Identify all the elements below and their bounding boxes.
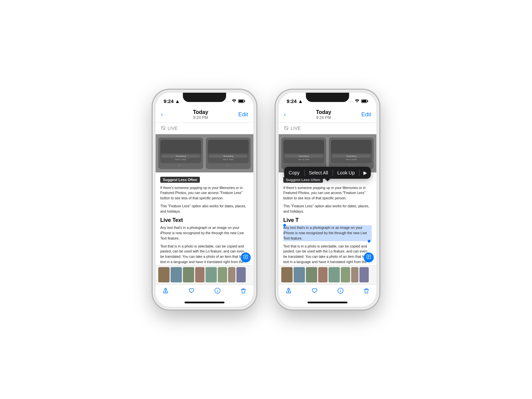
copy-button[interactable]: Copy bbox=[284, 167, 304, 179]
thumb-7-right bbox=[351, 267, 358, 282]
home-indicator-right bbox=[279, 300, 376, 307]
nav-title-sub-left: 9:24 PM bbox=[193, 115, 208, 120]
status-icons-right: ···· bbox=[348, 98, 368, 104]
phone-thumb-2: Nuremberg Dec 8, 2018 ↺ ♡ bbox=[206, 138, 251, 169]
status-bar-left: 9:24 ▲ ···· bbox=[156, 93, 253, 107]
svg-point-23 bbox=[340, 289, 341, 290]
thumb-2-right bbox=[294, 267, 305, 282]
look-up-button[interactable]: Look Up bbox=[333, 167, 359, 179]
more-button[interactable]: ▶ bbox=[359, 167, 371, 179]
notch-left bbox=[183, 93, 226, 102]
live-text-btn-right[interactable] bbox=[364, 252, 374, 262]
phone-left-inner: 9:24 ▲ ···· ‹ Today 9:24 PM bbox=[156, 93, 253, 307]
notch-right bbox=[306, 93, 349, 102]
thumb-8-left bbox=[236, 267, 246, 282]
dots-icon-right: ···· bbox=[348, 100, 353, 103]
edit-button-left[interactable]: Edit bbox=[238, 111, 248, 118]
content-area-right: Copy Select All Look Up ▶ Nuremberg Dec … bbox=[279, 134, 376, 265]
thumb-8-right bbox=[359, 267, 369, 282]
suggest-para2-left: This "Feature Less" option also works fo… bbox=[160, 204, 249, 214]
wifi-icon-right bbox=[355, 99, 359, 103]
heart-button-right[interactable] bbox=[311, 287, 318, 296]
article-right: Suggest Less Often If there's someone po… bbox=[279, 172, 376, 265]
nav-title-main-right: Today bbox=[316, 109, 331, 115]
live-text-right: LIVE bbox=[291, 126, 301, 131]
live-slash-icon-right bbox=[284, 126, 289, 131]
live-text-left: LIVE bbox=[168, 126, 178, 131]
suggest-para2-right: This "Feature Less" option also works fo… bbox=[283, 204, 372, 214]
live-slash-icon-left bbox=[161, 126, 166, 131]
nav-bar-right: ‹ Today 9:24 PM Edit bbox=[279, 107, 376, 123]
live-bar-left: LIVE bbox=[156, 123, 253, 134]
live-text-para2-left: Text that is in a photo is selectable, c… bbox=[160, 244, 249, 265]
nav-title-sub-right: 9:24 PM bbox=[316, 115, 331, 120]
phone-left: 9:24 ▲ ···· ‹ Today 9:24 PM bbox=[153, 90, 256, 309]
svg-rect-14 bbox=[362, 100, 366, 102]
thumb-6-left bbox=[218, 267, 227, 282]
status-bar-right: 9:24 ▲ ···· bbox=[279, 93, 376, 107]
select-all-button[interactable]: Select All bbox=[304, 167, 333, 179]
context-menu: Copy Select All Look Up ▶ bbox=[284, 167, 371, 179]
svg-point-11 bbox=[217, 289, 218, 290]
nav-title-left: Today 9:24 PM bbox=[193, 109, 208, 120]
dots-icon-left: ···· bbox=[225, 100, 230, 103]
live-text-heading-left: Live Text bbox=[160, 217, 249, 223]
screenshot-area-left: Nuremberg Dec 8, 2018 ↺ ♡ bbox=[156, 134, 253, 172]
share-button-left[interactable] bbox=[162, 287, 169, 296]
battery-icon-left bbox=[238, 98, 245, 104]
thumb-4-left bbox=[195, 267, 204, 282]
thumb-5-left bbox=[205, 267, 217, 282]
phone-right-inner: 9:24 ▲ ···· ‹ Today 9:24 PM bbox=[279, 93, 376, 307]
thumb-3-left bbox=[183, 267, 194, 282]
content-area-left: Nuremberg Dec 8, 2018 ↺ ♡ bbox=[156, 134, 253, 265]
svg-rect-1 bbox=[244, 100, 245, 102]
selection-start-handle bbox=[283, 224, 286, 227]
thumbnail-strip-left bbox=[156, 265, 253, 284]
thumb-6-right bbox=[341, 267, 350, 282]
back-button-right[interactable]: ‹ bbox=[284, 111, 286, 118]
phone-thumb-4: Nuremberg Dec 8, 2018 ↺ ♡ bbox=[329, 138, 374, 169]
live-text-heading-right: Live T bbox=[283, 217, 372, 223]
info-button-right[interactable] bbox=[337, 287, 344, 296]
live-text-para1-left: Any text that's in a photograph or an im… bbox=[160, 225, 249, 241]
svg-rect-2 bbox=[239, 100, 243, 102]
live-text-para1-right-highlighted: Any text that's in a photograph or an im… bbox=[283, 225, 372, 241]
thumb-5-right bbox=[329, 267, 340, 282]
selection-end-handle bbox=[368, 240, 370, 243]
phone-right: 9:24 ▲ ···· ‹ Today 9:24 PM bbox=[276, 90, 379, 309]
info-button-left[interactable] bbox=[214, 287, 221, 296]
back-button-left[interactable]: ‹ bbox=[161, 111, 163, 118]
nav-title-main-left: Today bbox=[193, 109, 208, 115]
article-left: Suggest Less Often If there's someone po… bbox=[156, 172, 253, 265]
home-bar-right bbox=[308, 302, 347, 303]
wifi-icon-left bbox=[232, 99, 236, 103]
thumbnail-strip-right bbox=[279, 265, 376, 284]
trash-button-left[interactable] bbox=[240, 287, 247, 296]
share-button-right[interactable] bbox=[285, 287, 292, 296]
thumb-4-right bbox=[318, 267, 328, 282]
thumb-1-left bbox=[158, 267, 170, 282]
page-container: 9:24 ▲ ···· ‹ Today 9:24 PM bbox=[153, 90, 379, 309]
suggest-para1-left: If there's someone popping up in your Me… bbox=[160, 185, 249, 201]
thumb-7-left bbox=[228, 267, 235, 282]
battery-icon-right bbox=[361, 98, 368, 104]
heart-button-left[interactable] bbox=[188, 287, 195, 296]
live-text-para2-right: Text that is in a photo is selectable, c… bbox=[283, 244, 372, 265]
home-indicator-left bbox=[156, 300, 253, 307]
live-text-btn-icon-left bbox=[243, 254, 248, 260]
live-text-btn-left[interactable] bbox=[241, 252, 251, 262]
live-text-btn-icon-right bbox=[366, 254, 371, 260]
status-time-left: 9:24 ▲ bbox=[164, 98, 180, 104]
trash-button-right[interactable] bbox=[363, 287, 370, 296]
nav-title-right: Today 9:24 PM bbox=[316, 109, 331, 120]
suggest-para1-right: If there's someone popping up in your Me… bbox=[283, 185, 372, 201]
edit-button-right[interactable]: Edit bbox=[361, 111, 371, 118]
live-bar-right: LIVE bbox=[279, 123, 376, 134]
phone-thumb-1: Nuremberg Dec 8, 2018 ↺ ♡ bbox=[158, 138, 203, 169]
svg-rect-13 bbox=[367, 100, 368, 102]
nav-bar-left: ‹ Today 9:24 PM Edit bbox=[156, 107, 253, 123]
home-bar-left bbox=[185, 302, 224, 303]
thumb-2-left bbox=[171, 267, 182, 282]
thumb-1-right bbox=[281, 267, 293, 282]
thumb-3-right bbox=[306, 267, 317, 282]
